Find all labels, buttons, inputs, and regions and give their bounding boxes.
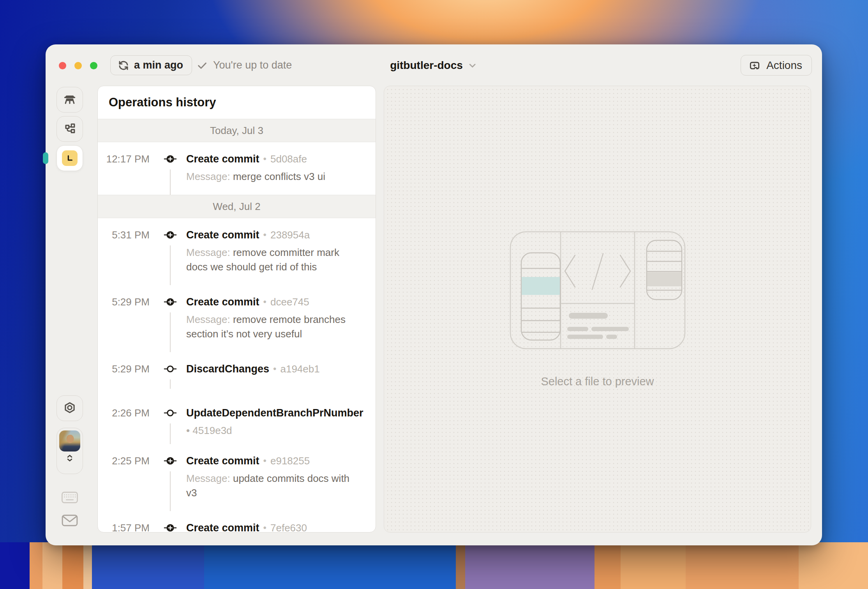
avatar <box>59 430 80 451</box>
commit-plus-icon <box>154 152 186 166</box>
entry-time: 1:57 PM <box>98 522 154 533</box>
close-button[interactable] <box>59 62 66 69</box>
message-label: Message: <box>186 247 233 258</box>
history-entry[interactable]: 5:31 PMCreate commit•238954aMessage: rem… <box>98 218 376 285</box>
gear-icon <box>62 401 77 416</box>
zoom-button[interactable] <box>90 62 97 69</box>
entry-hash: a194eb1 <box>280 363 319 375</box>
sync-label: a min ago <box>134 59 183 71</box>
commit-plus-icon <box>154 228 186 242</box>
account-switcher[interactable] <box>56 428 83 474</box>
minimize-button[interactable] <box>74 62 82 69</box>
keyboard-icon <box>61 491 78 504</box>
entry-message: Message: update commits docs with v3 <box>186 471 369 511</box>
entry-hash: dcee745 <box>270 296 309 308</box>
operations-list: Today, Jul 312:17 PMCreate commit•5d08af… <box>98 119 376 533</box>
wallpaper-light-rays <box>0 542 868 589</box>
entry-title: UpdateDependentBranchPrNumber <box>186 407 363 419</box>
sparkle-icon <box>748 59 761 72</box>
history-entry[interactable]: 2:26 PMUpdateDependentBranchPrNumber• 45… <box>98 396 376 444</box>
check-icon <box>197 60 208 71</box>
bullet-separator: • <box>273 363 276 374</box>
lane-l-icon <box>62 150 78 166</box>
entry-hash: 7efe630 <box>270 522 307 533</box>
commit-icon <box>154 362 186 376</box>
entry-title: DiscardChanges <box>186 363 269 375</box>
date-section-header: Today, Jul 3 <box>98 119 376 142</box>
sync-button[interactable]: a min ago <box>110 55 192 75</box>
file-preview-panel: Select a file to preview <box>384 86 811 533</box>
chevron-sort-icon <box>65 453 75 463</box>
actions-button[interactable]: Actions <box>741 55 812 76</box>
entry-title: Create commit <box>186 296 259 308</box>
bullet-separator: • <box>263 522 266 533</box>
sidebar-item-workspace[interactable] <box>56 87 83 113</box>
history-entry[interactable]: 5:29 PMDiscardChanges•a194eb1 <box>98 352 376 396</box>
sidebar-item-history[interactable] <box>56 145 83 171</box>
preview-hint-text: Select a file to preview <box>541 375 654 388</box>
project-name: gitbutler-docs <box>390 59 463 72</box>
history-entry[interactable]: 5:29 PMCreate commit•dcee745Message: rem… <box>98 285 376 352</box>
entry-title: Create commit <box>186 455 259 467</box>
entry-message: Message: remove committer mark docs we s… <box>186 245 369 285</box>
chevron-down-icon <box>468 60 478 71</box>
project-switcher[interactable]: gitbutler-docs <box>390 55 478 75</box>
entry-message: Message: remove remote branches section … <box>186 312 369 352</box>
entry-title: Create commit <box>186 229 259 241</box>
entry-message: Message: merge conflicts v3 ui <box>186 169 369 195</box>
commit-plus-icon <box>154 521 186 533</box>
entry-hash: e918255 <box>270 455 310 467</box>
message-label: Message: <box>186 473 233 484</box>
sync-icon <box>118 60 129 71</box>
entry-message: • 4519e3d <box>186 423 369 444</box>
entry-time: 5:29 PM <box>98 296 154 308</box>
message-label: Message: <box>186 171 233 182</box>
bullet-separator: • <box>263 229 266 240</box>
entry-hash: 238954a <box>270 229 310 241</box>
workbench-icon <box>62 92 78 108</box>
entry-title: Create commit <box>186 153 259 165</box>
feedback-button[interactable] <box>56 513 83 527</box>
settings-button[interactable] <box>56 395 83 421</box>
entry-time: 5:29 PM <box>98 363 154 375</box>
history-entry[interactable]: 2:25 PMCreate commit•e918255Message: upd… <box>98 444 376 511</box>
entry-connector-line <box>170 471 171 511</box>
actions-label: Actions <box>766 59 802 72</box>
entry-time: 2:26 PM <box>98 407 154 419</box>
panel-title: Operations history <box>98 86 376 119</box>
entry-time: 12:17 PM <box>98 153 154 165</box>
entry-connector-line <box>170 312 171 352</box>
entry-connector-line <box>170 245 171 285</box>
entry-connector-line <box>170 379 171 389</box>
history-entry[interactable]: 12:17 PMCreate commit•5d08afeMessage: me… <box>98 142 376 195</box>
date-section-header: Wed, Jul 2 <box>98 195 376 218</box>
entry-hash: 5d08afe <box>270 153 307 165</box>
commit-plus-icon <box>154 454 186 467</box>
entry-message <box>186 379 369 396</box>
sidebar-item-branches[interactable] <box>56 116 83 142</box>
update-status: You're up to date <box>197 55 292 75</box>
mail-icon <box>61 513 78 527</box>
commit-icon <box>154 406 186 420</box>
history-entry[interactable]: 1:57 PMCreate commit•7efe630 <box>98 511 376 533</box>
entry-time: 5:31 PM <box>98 229 154 241</box>
bullet-separator: • <box>263 455 266 466</box>
entry-connector-line <box>170 169 171 195</box>
message-label: Message: <box>186 314 233 325</box>
entry-time: 2:25 PM <box>98 455 154 467</box>
preview-placeholder-illustration <box>510 231 686 349</box>
shortcuts-button[interactable] <box>56 491 83 504</box>
active-page-indicator <box>43 152 48 164</box>
operations-history-panel: Operations history Today, Jul 312:17 PMC… <box>97 86 376 533</box>
entry-connector-line <box>170 423 171 444</box>
commit-plus-icon <box>154 295 186 309</box>
branches-icon <box>62 121 78 137</box>
bullet-separator: • <box>263 296 266 307</box>
window-controls <box>59 62 97 69</box>
bullet-separator: • <box>263 153 266 164</box>
status-text: You're up to date <box>213 59 292 71</box>
entry-title: Create commit <box>186 522 259 533</box>
gitbutler-window: a min ago You're up to date gitbutler-do… <box>46 44 822 545</box>
